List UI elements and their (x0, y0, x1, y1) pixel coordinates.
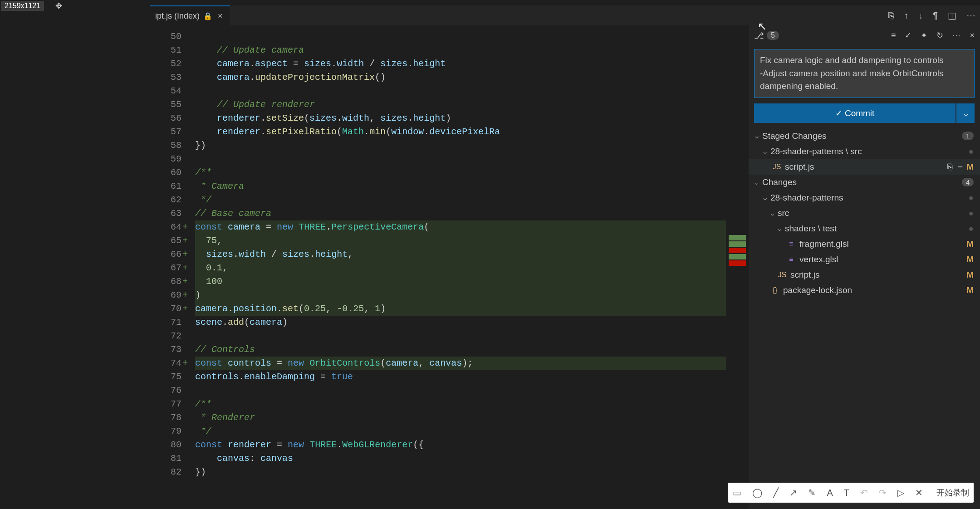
staged-changes-header[interactable]: ⌵ Staged Changes 1 (749, 128, 980, 144)
play-icon[interactable]: ▷ (897, 487, 904, 498)
chevron-down-icon: ⌵ (763, 148, 767, 155)
split-editor-icon[interactable]: ◫ (948, 10, 956, 21)
redo-icon[interactable]: ↷ (879, 487, 887, 498)
file-label: package-lock.json (783, 285, 852, 295)
tab-close-icon[interactable]: × (216, 10, 225, 23)
glsl-file-icon: ≡ (787, 255, 796, 264)
dot-icon: ● (969, 147, 974, 157)
file-label: fragment.glsl (799, 239, 849, 249)
chevron-down-icon: ⌵ (755, 132, 759, 140)
dot-icon: ● (969, 208, 974, 218)
text-tool-icon[interactable]: T (844, 488, 849, 498)
chevron-down-icon: ⌵ (755, 179, 759, 186)
next-change-icon[interactable]: ↓ (918, 10, 923, 21)
line-tool-icon[interactable]: ╱ (773, 487, 779, 498)
tab-script-index[interactable]: ipt.js (Index) 🔒 × (150, 5, 230, 25)
prev-change-icon[interactable]: ↑ (904, 10, 908, 21)
js-file-icon: JS (778, 271, 787, 279)
pen-tool-icon[interactable]: ✎ (808, 487, 816, 498)
refresh-icon[interactable]: ↻ (936, 30, 943, 40)
line-gutter: 5051525354555657585960616263646566676869… (150, 30, 186, 479)
branch-icon: ⎇ (754, 30, 764, 41)
changes-label: Changes (762, 177, 797, 187)
editor-toolbar: ⎘ ↑ ↓ ¶ ◫ ⋯ (888, 5, 975, 25)
status-m: M (966, 285, 974, 295)
highlight-tool-icon[interactable]: A (827, 488, 833, 498)
status-m: M (966, 239, 974, 249)
overlay-dimensions: 2159x1121 (1, 1, 44, 11)
open-changes-icon[interactable]: ⎘ (888, 10, 894, 21)
more-actions-icon[interactable]: ⋯ (966, 10, 975, 21)
source-control-panel: ⎇ 5 ≡ ✓ ✦ ↻ ⋯ × Fix camera logic and add… (749, 25, 980, 509)
scm-more-icon[interactable]: ⋯ (952, 30, 960, 40)
dot-icon: ● (969, 224, 974, 234)
move-icon[interactable]: ✥ (55, 1, 62, 11)
chevron-down-icon: ⌵ (770, 210, 774, 217)
file-script[interactable]: JS script.js M (749, 267, 980, 283)
file-fragment[interactable]: ≡ fragment.glsl M (749, 236, 980, 252)
code-content: // Update camera camera.aspect = sizes.w… (195, 30, 726, 479)
folder-label: 28-shader-patterns (770, 193, 843, 203)
arrow-tool-icon[interactable]: ↗ (789, 487, 797, 498)
scm-close-icon[interactable]: × (970, 31, 975, 40)
status-m: M (966, 254, 974, 264)
open-file-icon[interactable]: ⎘ (947, 162, 952, 172)
staged-folder[interactable]: ⌵ 28-shader-patterns \ src ● (749, 144, 980, 159)
unstage-icon[interactable]: − (958, 162, 963, 172)
file-package-lock[interactable]: {} package-lock.json M (749, 283, 980, 298)
close-anno-icon[interactable]: ✕ (915, 487, 923, 498)
changes-header[interactable]: ⌵ Changes 4 (749, 175, 980, 190)
check-icon[interactable]: ✓ (905, 30, 911, 40)
file-vertex[interactable]: ≡ vertex.glsl M (749, 252, 980, 267)
status-m: M (966, 270, 974, 280)
undo-icon[interactable]: ↶ (860, 487, 868, 498)
branch-indicator[interactable]: ⎇ 5 (754, 30, 779, 41)
file-label: vertex.glsl (799, 254, 838, 264)
view-tree-icon[interactable]: ≡ (891, 31, 896, 40)
file-label: script.js (785, 162, 814, 172)
start-record-label[interactable]: 开始录制 (936, 487, 969, 498)
src-folder[interactable]: ⌵ src ● (749, 206, 980, 221)
json-file-icon: {} (770, 286, 779, 294)
staged-label: Staged Changes (762, 131, 827, 141)
scm-toolbar: ⎇ 5 ≡ ✓ ✦ ↻ ⋯ × (749, 25, 980, 45)
chevron-down-icon: ⌵ (763, 194, 767, 201)
sparkle-ai-icon[interactable]: ✦ (921, 30, 927, 40)
status-m: M (966, 162, 974, 172)
code-editor[interactable]: 5051525354555657585960616263646566676869… (150, 25, 749, 509)
rect-tool-icon[interactable]: ▭ (733, 487, 741, 498)
chevron-down-icon: ⌵ (778, 225, 781, 232)
staged-file-script[interactable]: JS script.js ⎘ − M (749, 159, 980, 175)
changes-count: 4 (962, 178, 974, 186)
commit-button[interactable]: ✓ Commit (754, 103, 956, 123)
js-file-icon: JS (772, 163, 781, 171)
circle-tool-icon[interactable]: ◯ (752, 487, 762, 498)
changes-folder[interactable]: ⌵ 28-shader-patterns ● (749, 190, 980, 206)
glsl-file-icon: ≡ (787, 240, 796, 248)
tab-title: ipt.js (Index) (155, 11, 200, 21)
annotation-toolbar: ▭ ◯ ╱ ↗ ✎ A T ↶ ↷ ▷ ✕ 开始录制 (728, 483, 974, 503)
folder-label: src (778, 208, 789, 218)
staged-count: 1 (962, 132, 974, 140)
file-label: script.js (790, 270, 819, 280)
branch-count-badge: 5 (767, 31, 779, 40)
readonly-lock-icon: 🔒 (203, 12, 212, 20)
dot-icon: ● (969, 193, 974, 203)
folder-label: 28-shader-patterns \ src (770, 147, 862, 157)
tab-bar: ipt.js (Index) 🔒 × ⎘ ↑ ↓ ¶ ◫ ⋯ (150, 5, 980, 25)
minimap[interactable] (726, 25, 749, 509)
folder-label: shaders \ test (785, 224, 837, 234)
scm-tree: ⌵ Staged Changes 1 ⌵ 28-shader-patterns … (749, 127, 980, 300)
commit-dropdown[interactable]: ⌵ (956, 103, 975, 123)
shaders-folder[interactable]: ⌵ shaders \ test ● (749, 221, 980, 236)
editor-pane: ipt.js (Index) 🔒 × ⎘ ↑ ↓ ¶ ◫ ⋯ 505152535… (150, 5, 980, 509)
commit-message-input[interactable]: Fix camera logic and add dampening to co… (754, 49, 975, 98)
toggle-whitespace-icon[interactable]: ¶ (933, 10, 938, 21)
